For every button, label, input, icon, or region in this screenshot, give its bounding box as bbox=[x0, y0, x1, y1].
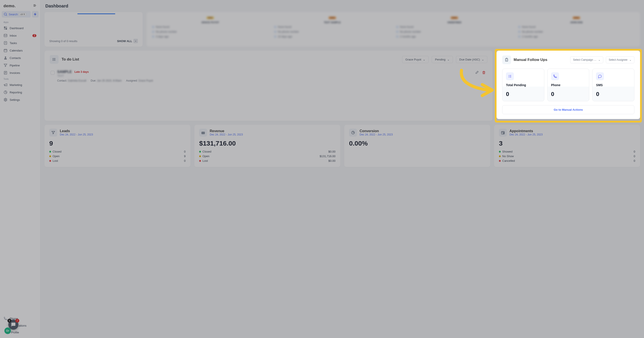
svg-point-28 bbox=[53, 59, 53, 60]
results-card: Showing 0 of 0 results SHOW ALL › bbox=[44, 12, 143, 47]
stat-row: No Show0 bbox=[499, 154, 635, 158]
summary-date-range[interactable]: Dec 24, 2022 - Jun 25, 2023 bbox=[60, 133, 93, 136]
chat-icon bbox=[11, 322, 16, 327]
sidebar-item-label: Settings bbox=[10, 98, 20, 102]
logo: demo. bbox=[4, 4, 16, 8]
sidebar-item-marketing[interactable]: Marketing bbox=[1, 81, 39, 88]
summary-icon bbox=[349, 129, 357, 136]
summary-card-leads: Leads Dec 24, 2022 - Jun 25, 2023 9 Clos… bbox=[44, 125, 190, 167]
chevron-down-icon: ⌄ bbox=[482, 58, 484, 61]
todo-card: To do List Grace Puyot⌄ Pending⌄ Due Dat… bbox=[44, 51, 492, 121]
summary-date-range[interactable]: Dec 24, 2022 - Jun 25, 2023 bbox=[210, 133, 243, 136]
filter-status-select[interactable]: Pending⌄ bbox=[432, 56, 453, 63]
summary-title: Conversion bbox=[360, 129, 393, 133]
status-dot bbox=[199, 151, 201, 152]
stat-row: Lost$0.00 bbox=[199, 158, 336, 163]
contact-card[interactable]: OMG GRACE PUYOT None found No phone numb… bbox=[152, 16, 269, 42]
gear-icon bbox=[4, 98, 8, 102]
svg-point-23 bbox=[5, 99, 6, 100]
stat-row: Open9 bbox=[49, 154, 186, 158]
svg-rect-7 bbox=[4, 28, 5, 30]
chevron-down-icon: ⌄ bbox=[598, 58, 600, 61]
page-title: Dashboard bbox=[44, 0, 640, 12]
stat-phone[interactable]: Phone 0 bbox=[547, 68, 590, 101]
todo-title: To do List bbox=[62, 57, 399, 62]
menu-toggle-icon[interactable] bbox=[33, 4, 37, 8]
chat-count-b: 7 bbox=[15, 319, 19, 323]
stat-row: Lost0 bbox=[49, 158, 186, 163]
summary-icon bbox=[199, 129, 207, 136]
quick-actions-button[interactable] bbox=[32, 11, 38, 18]
sidebar-item-phone[interactable]: Phone bbox=[1, 315, 39, 322]
summary-title: Appointments bbox=[510, 129, 542, 133]
calendar-icon bbox=[4, 48, 8, 52]
contacts-icon bbox=[4, 56, 8, 60]
stat-label: SMS bbox=[596, 83, 631, 87]
summary-card-appointments: Appointments Dec 24, 2022 - Jun 25, 2023… bbox=[494, 125, 640, 167]
select-campaign[interactable]: Select Campaign …⌄ bbox=[570, 56, 603, 63]
chevron-down-icon: ⌄ bbox=[629, 58, 632, 61]
stat-sms[interactable]: SMS 0 bbox=[592, 68, 634, 101]
sidebar-item-calendars[interactable]: Calendars bbox=[1, 47, 39, 54]
summary-title: Leads bbox=[60, 129, 93, 133]
svg-rect-34 bbox=[202, 132, 205, 134]
checklist-icon bbox=[506, 72, 514, 80]
tab-indicator bbox=[77, 13, 115, 14]
search-input[interactable]: Search ctrl K bbox=[2, 11, 31, 18]
status-dot bbox=[499, 160, 501, 162]
todo-item-name: SAMPLE bbox=[57, 70, 72, 74]
sidebar-item-inbox[interactable]: Inbox 2 bbox=[1, 32, 39, 39]
stat-row: Cancelled0 bbox=[499, 158, 635, 163]
filter-user-select[interactable]: Grace Puyot⌄ bbox=[402, 56, 428, 63]
sidebar-item-pipeline[interactable]: Pipeline bbox=[1, 62, 39, 69]
bolt-icon bbox=[33, 12, 37, 16]
megaphone-icon bbox=[4, 83, 8, 87]
stat-value: 0 bbox=[551, 91, 586, 98]
sidebar-item-label: Profile bbox=[11, 331, 19, 334]
phone-icon bbox=[4, 316, 8, 320]
contact-card[interactable]: OMG UNDEFINED None found No phone number… bbox=[396, 16, 513, 42]
sidebar-item-settings[interactable]: Settings bbox=[1, 96, 39, 104]
dashboard-icon bbox=[4, 26, 8, 30]
summary-date-range[interactable]: Dec 24, 2022 - Jun 25, 2023 bbox=[360, 133, 393, 136]
filter-sort-select[interactable]: Due Date (ASC)⌄ bbox=[456, 56, 487, 63]
stat-row: Closed0 bbox=[49, 149, 186, 154]
stat-value: 0 bbox=[596, 91, 631, 98]
search-icon bbox=[4, 12, 8, 16]
svg-point-35 bbox=[203, 132, 204, 134]
summary-date-range[interactable]: Dec 24, 2022 - Jun 25, 2023 bbox=[510, 133, 542, 136]
sidebar-item-dashboard[interactable]: Dashboard bbox=[1, 24, 39, 32]
main-content: Dashboard Showing 0 of 0 results SHOW AL… bbox=[40, 0, 644, 338]
contact-card[interactable]: OMG TEST SAMPLE None found No phone numb… bbox=[274, 16, 391, 42]
status-dot bbox=[499, 151, 501, 152]
message-icon bbox=[596, 72, 604, 80]
status-dot bbox=[49, 160, 51, 162]
sidebar-item-reporting[interactable]: Reporting bbox=[1, 88, 39, 96]
contact-card[interactable]: OMG JOHN DOE None found No phone number … bbox=[518, 16, 635, 42]
manual-actions-button[interactable]: Go to Manual Actions bbox=[502, 105, 634, 114]
summary-icon bbox=[499, 129, 507, 136]
todo-checkbox[interactable] bbox=[50, 71, 54, 75]
sidebar-item-tasks[interactable]: Tasks bbox=[1, 39, 39, 47]
reporting-icon bbox=[4, 90, 8, 94]
svg-rect-8 bbox=[6, 28, 7, 30]
show-all-button[interactable]: SHOW ALL › bbox=[117, 39, 138, 43]
show-all-label: SHOW ALL bbox=[117, 40, 132, 43]
stat-total-pending[interactable]: Total Pending 0 bbox=[502, 68, 544, 101]
chevron-right-icon: › bbox=[134, 39, 138, 43]
sidebar-item-contacts[interactable]: Contacts bbox=[1, 54, 39, 62]
search-label: Search bbox=[9, 13, 18, 16]
stat-label: Phone bbox=[551, 83, 586, 87]
tasks-icon bbox=[4, 41, 8, 45]
summary-value: 3 bbox=[499, 140, 635, 147]
results-text: Showing 0 of 0 results bbox=[49, 40, 77, 43]
svg-rect-6 bbox=[6, 26, 7, 28]
section-apps: Apps bbox=[1, 20, 39, 24]
sidebar-item-invoices[interactable]: Invoices bbox=[1, 69, 39, 76]
stat-row: Showed0 bbox=[499, 149, 635, 154]
avatar[interactable]: Gr bbox=[4, 328, 11, 334]
select-assignee[interactable]: Select Assignee⌄ bbox=[606, 56, 634, 63]
sidebar-item-label: Inbox bbox=[10, 34, 17, 37]
nav-apps: Dashboard Inbox 2 Tasks Calendars Contac… bbox=[1, 24, 39, 76]
svg-rect-13 bbox=[4, 49, 7, 52]
